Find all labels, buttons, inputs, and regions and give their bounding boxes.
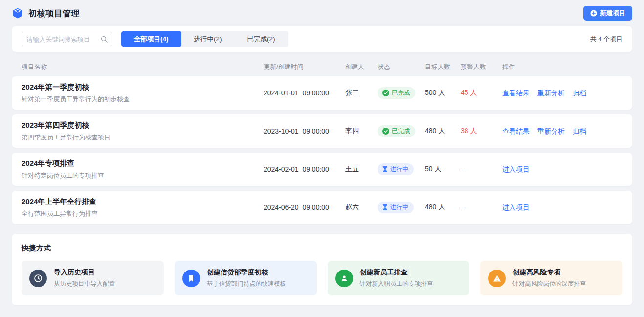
update-time: 2024-06-20 09:00:00 (264, 204, 345, 211)
project-filter-tabs: 全部项目(4) 进行中(2) 已完成(2) (121, 31, 288, 47)
plus-circle-icon (590, 10, 597, 17)
search-icon[interactable] (101, 36, 108, 43)
search-input[interactable] (26, 36, 101, 43)
shortcut-title: 创建新员工排查 (360, 268, 433, 277)
status-badge: 进行中 (378, 163, 414, 175)
action-link[interactable]: 进入项目 (502, 204, 530, 211)
project-title: 2023年第四季度初核 (22, 121, 264, 130)
action-link[interactable]: 查看结果 (502, 89, 530, 97)
bookmark-icon (187, 274, 195, 282)
column-header-creator: 创建人 (345, 63, 378, 71)
action-link[interactable]: 归档 (573, 127, 586, 135)
status-cell: 进行中 (378, 163, 425, 175)
column-header-actions: 操作 (502, 63, 622, 71)
status-label: 已完成 (392, 89, 410, 97)
column-header-name: 项目名称 (22, 63, 264, 71)
action-link[interactable]: 查看结果 (502, 127, 530, 135)
shortcut-icon-circle (488, 270, 506, 287)
shortcut-title: 导入历史项目 (54, 268, 115, 277)
project-name-cell: 2024年上半年全行排查 全行范围员工异常行为排查 (22, 197, 264, 218)
project-description: 针对特定岗位员工的专项排查 (22, 171, 264, 180)
shortcut-tile[interactable]: 创建新员工排查 针对新入职员工的专项排查 (328, 261, 470, 295)
target-count: 480 人 (425, 203, 461, 212)
status-cell: 进行中 (378, 202, 425, 213)
target-count: 480 人 (425, 127, 461, 136)
shortcut-text: 导入历史项目 从历史项目中导入配置 (54, 268, 115, 288)
shortcut-tile[interactable]: 创建高风险专项 针对高风险岗位的深度排查 (480, 261, 622, 295)
tab-in-progress[interactable]: 进行中(2) (181, 31, 235, 47)
shortcut-text: 创建信贷部季度初核 基于信贷部门特点的快速模板 (207, 268, 287, 288)
table-header: 项目名称 更新/创建时间 创建人 状态 目标人数 预警人数 操作 (12, 58, 632, 76)
clock-icon (34, 274, 43, 283)
project-description: 第四季度员工异常行为核查项目 (22, 133, 264, 142)
shortcut-text: 创建新员工排查 针对新入职员工的专项排查 (360, 268, 433, 288)
top-bar: 初核项目管理 新建项目 (12, 0, 632, 26)
project-name-cell: 2023年第四季度初核 第四季度员工异常行为核查项目 (22, 121, 264, 142)
check-circle-icon (382, 90, 389, 96)
shortcut-tile[interactable]: 导入历史项目 从历史项目中导入配置 (22, 261, 164, 295)
project-description: 全行范围员工异常行为排查 (22, 209, 264, 218)
project-name-cell: 2024年专项排查 针对特定岗位员工的专项排查 (22, 159, 264, 180)
person-icon (340, 274, 348, 282)
column-header-time: 更新/创建时间 (264, 63, 345, 71)
preliminary-review-project-management-page: 初核项目管理 新建项目 全部项目(4) 进行中(2) (0, 0, 644, 305)
shortcut-description: 基于信贷部门特点的快速模板 (207, 280, 287, 288)
page-title: 初核项目管理 (28, 8, 80, 19)
cube-icon (12, 7, 23, 19)
shortcuts-heading: 快捷方式 (22, 244, 622, 253)
status-badge: 已完成 (378, 87, 415, 99)
target-count: 500 人 (425, 89, 461, 97)
shortcut-icon-circle (182, 270, 200, 287)
table-row: 2023年第四季度初核 第四季度员工异常行为核查项目 2023-10-01 09… (12, 114, 632, 148)
row-actions: 进入项目 (502, 203, 622, 212)
shortcut-title: 创建信贷部季度初核 (207, 268, 287, 277)
project-title: 2024年第一季度初核 (22, 83, 264, 92)
action-link[interactable]: 进入项目 (502, 165, 530, 173)
creator: 李四 (345, 127, 378, 136)
hourglass-icon (382, 204, 388, 210)
project-name-cell: 2024年第一季度初核 针对第一季度员工异常行为的初步核查 (22, 83, 264, 104)
title-wrap: 初核项目管理 (12, 7, 80, 19)
new-project-button[interactable]: 新建项目 (583, 6, 632, 21)
shortcut-tile[interactable]: 创建信贷部季度初核 基于信贷部门特点的快速模板 (175, 261, 317, 295)
column-header-warning: 预警人数 (461, 63, 502, 71)
shortcut-description: 针对高风险岗位的深度排查 (512, 280, 586, 288)
row-actions: 查看结果重新分析归档 (502, 89, 622, 98)
shortcut-title: 创建高风险专项 (512, 268, 586, 277)
action-link[interactable]: 归档 (573, 89, 586, 97)
status-cell: 已完成 (378, 87, 425, 99)
warning-count: – (461, 204, 502, 211)
shortcut-icon-circle (335, 270, 353, 287)
update-time: 2023-10-01 09:00:00 (264, 127, 345, 135)
project-title: 2024年专项排查 (22, 159, 264, 168)
shortcuts-section: 快捷方式 (12, 234, 632, 305)
target-count: 50 人 (425, 165, 461, 174)
column-header-target: 目标人数 (425, 63, 461, 71)
action-link[interactable]: 重新分析 (537, 127, 565, 135)
warning-count: 38 人 (461, 127, 502, 136)
hourglass-icon (382, 166, 388, 172)
check-circle-icon (382, 128, 389, 135)
shortcut-tiles: 导入历史项目 从历史项目中导入配置 (22, 261, 622, 295)
project-description: 针对第一季度员工异常行为的初步核查 (22, 95, 264, 104)
search-box (22, 32, 112, 46)
filter-bar: 全部项目(4) 进行中(2) 已完成(2) 共 4 个项目 (12, 26, 632, 52)
action-link[interactable]: 重新分析 (537, 89, 565, 97)
warning-count: – (461, 165, 502, 173)
table-row: 2024年上半年全行排查 全行范围员工异常行为排查 2024-06-20 09:… (12, 191, 632, 224)
status-label: 已完成 (392, 127, 410, 136)
warning-icon (493, 274, 501, 282)
tab-all-projects[interactable]: 全部项目(4) (121, 31, 181, 47)
column-header-status: 状态 (378, 63, 425, 71)
new-project-button-label: 新建项目 (600, 9, 625, 18)
status-badge: 已完成 (378, 125, 415, 137)
status-cell: 已完成 (378, 125, 425, 137)
shortcut-text: 创建高风险专项 针对高风险岗位的深度排查 (512, 268, 586, 288)
tab-completed[interactable]: 已完成(2) (235, 31, 288, 47)
creator: 张三 (345, 89, 378, 97)
creator: 王五 (345, 165, 378, 174)
project-list: 2024年第一季度初核 针对第一季度员工异常行为的初步核查 2024-01-01… (12, 76, 632, 224)
table-row: 2024年专项排查 针对特定岗位员工的专项排查 2024-02-01 09:00… (12, 153, 632, 186)
update-time: 2024-02-01 09:00:00 (264, 165, 345, 173)
row-actions: 进入项目 (502, 165, 622, 174)
